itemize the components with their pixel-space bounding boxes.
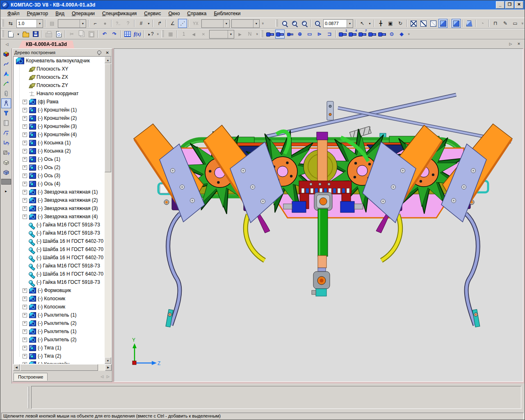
screw-set-icon[interactable]: [377, 30, 386, 39]
tree-panel-close-icon[interactable]: ✕: [105, 50, 110, 55]
tree-item[interactable]: +(-) Колосник: [14, 303, 105, 311]
page-close-icon[interactable]: ✕: [199, 30, 208, 39]
minimize-button[interactable]: _: [496, 1, 504, 9]
page-combo[interactable]: ▼: [209, 30, 234, 39]
tree-item[interactable]: (-) Шайба 16 Н ГОСТ 6402-70: [14, 237, 105, 245]
menu-item-операции[interactable]: Операции: [69, 10, 98, 17]
tab-scroll-left-icon[interactable]: ◁: [4, 41, 10, 48]
3d-model-canvas[interactable]: Y Z: [114, 49, 523, 382]
round-coords-icon[interactable]: ⋰: [178, 19, 187, 28]
cylinder-icon[interactable]: ▭: [305, 30, 314, 39]
ring-icon[interactable]: ⊙: [387, 30, 396, 39]
magnet-icon[interactable]: ?: [123, 19, 132, 28]
panel-expand-icon[interactable]: ▸: [1, 186, 11, 196]
assembly-grid-icon[interactable]: [1, 167, 11, 177]
expander-icon[interactable]: +: [23, 149, 27, 153]
tree-item[interactable]: +(-) Кронштейн (4): [14, 130, 105, 139]
expander-icon[interactable]: +: [23, 190, 27, 194]
new-doc-dd[interactable]: ▼: [16, 30, 21, 38]
tree-item[interactable]: +(-) Ось (4): [14, 180, 105, 188]
menu-item-редактор[interactable]: Редактор: [24, 10, 51, 17]
toolbar-overflow-icon[interactable]: »: [518, 21, 525, 26]
orientation-dd[interactable]: ▼: [367, 19, 372, 27]
tree-item[interactable]: (-) Гайка М16 ГОСТ 5918-73: [14, 221, 105, 229]
point-arrow-icon[interactable]: [1, 69, 11, 79]
tree-item[interactable]: +(-) Колосник: [14, 294, 105, 303]
copy-icon[interactable]: [77, 30, 86, 39]
scroll-up-icon[interactable]: ▲: [105, 57, 111, 63]
layers-icon[interactable]: ▤: [48, 19, 57, 28]
tree-item[interactable]: +(-) Рыхлитель (1): [14, 311, 105, 319]
expander-icon[interactable]: +: [23, 132, 27, 137]
driveshaft[interactable]: [312, 192, 332, 296]
expander-icon[interactable]: +: [23, 297, 27, 301]
tab-close-icon[interactable]: ✕: [516, 41, 522, 47]
macro-tree-icon[interactable]: ⊓: [491, 19, 500, 28]
redo-icon[interactable]: ↷: [110, 30, 119, 39]
expander-icon[interactable]: +: [23, 141, 27, 145]
layer-combo-dropdown-icon[interactable]: ▼: [80, 20, 86, 27]
zoom-in-icon[interactable]: +: [290, 19, 299, 28]
page-prev-icon[interactable]: ◀: [189, 30, 198, 39]
variables-icon[interactable]: f(x): [133, 30, 142, 39]
bolt-front-icon[interactable]: [275, 30, 285, 39]
perspective-icon[interactable]: [465, 19, 474, 28]
direction-icon[interactable]: [1, 79, 11, 89]
tab-scroll-right-icon[interactable]: ▷: [507, 41, 514, 47]
zoom-combo-dropdown-icon[interactable]: ▼: [347, 20, 353, 27]
section-view-icon[interactable]: ◔: [478, 19, 487, 28]
new-doc-icon[interactable]: [6, 30, 15, 39]
tree-item[interactable]: +(-) Тяга (1): [14, 344, 105, 352]
pin-icon[interactable]: ⊐: [325, 30, 334, 39]
tree-item[interactable]: +(-) Ось (3): [14, 171, 105, 180]
tree-item[interactable]: +(-) Кронштейн (2): [14, 114, 105, 122]
expander-icon[interactable]: +: [23, 198, 27, 203]
expander-icon[interactable]: +: [23, 182, 27, 186]
tree-vertical-scrollbar[interactable]: ▲ ▼: [105, 57, 111, 364]
tree-item[interactable]: (-) Гайка М16 ГОСТ 5918-73: [14, 229, 105, 237]
expander-icon[interactable]: +: [23, 173, 27, 178]
print-icon[interactable]: [44, 30, 53, 39]
coord-y-combo-dropdown-icon[interactable]: ▼: [253, 20, 259, 27]
spreadsheet-icon[interactable]: [123, 30, 132, 39]
curve-icon[interactable]: [1, 59, 11, 69]
tree-item[interactable]: +(-) Звездочка натяжная (3): [14, 204, 105, 212]
expander-icon[interactable]: +: [23, 165, 27, 170]
hatch-query-icon[interactable]: ?: [1, 148, 11, 158]
angle-icon[interactable]: ∠: [168, 19, 177, 28]
expander-icon[interactable]: +: [23, 321, 27, 326]
toolbar-overflow-icon[interactable]: »: [154, 32, 162, 37]
tree-item[interactable]: +(-) Кронштейн (1): [14, 106, 105, 114]
expander-icon[interactable]: +: [23, 288, 27, 293]
menu-item-вид[interactable]: Вид: [52, 10, 67, 17]
attach-icon[interactable]: [1, 89, 11, 98]
convert-icon[interactable]: ▦: [166, 30, 175, 39]
bolt-1-icon[interactable]: 1: [338, 30, 347, 39]
tree-item[interactable]: (-) Шайба 16 Н ГОСТ 6402-70: [14, 253, 105, 262]
tree-item[interactable]: Плоскость ZX: [14, 73, 105, 81]
tree-item[interactable]: (-) Гайка М16 ГОСТ 5918-73: [14, 278, 105, 286]
filter-icon[interactable]: [1, 108, 11, 118]
zoom-combo[interactable]: ▼: [323, 19, 353, 28]
tree-item[interactable]: +(-) Ось (2): [14, 163, 105, 171]
expander-icon[interactable]: +: [23, 124, 27, 129]
coord-x-combo[interactable]: ▼: [201, 19, 230, 28]
solid-icon[interactable]: [1, 158, 11, 167]
tree-item[interactable]: Плоскость ZY: [14, 81, 105, 89]
document-tab[interactable]: КВ-4.000А-01.a3d: [18, 41, 74, 48]
shaded-icon[interactable]: [438, 19, 447, 28]
toolbar-overflow-icon[interactable]: »: [253, 32, 261, 37]
edit-model-icon[interactable]: [1, 49, 11, 59]
xy-input-icon[interactable]: YX: [191, 19, 200, 28]
pin-icon[interactable]: [97, 50, 101, 55]
tree-item[interactable]: +(-) Звездочка натяжная (1): [14, 188, 105, 196]
zoom-combo-input[interactable]: [324, 20, 347, 27]
tree-item[interactable]: +(-) Косынка (2): [14, 147, 105, 155]
tree-root-item[interactable]: Корчеватель валкоукладчик: [14, 57, 105, 65]
hidden-thin-icon[interactable]: [429, 19, 438, 28]
zoom-select-icon[interactable]: [280, 19, 289, 28]
cut-icon[interactable]: ✂: [67, 30, 76, 39]
screw-icon[interactable]: ⊳: [315, 30, 324, 39]
spec-sheet-icon[interactable]: [1, 118, 11, 128]
placement-icon[interactable]: ●: [100, 19, 110, 28]
